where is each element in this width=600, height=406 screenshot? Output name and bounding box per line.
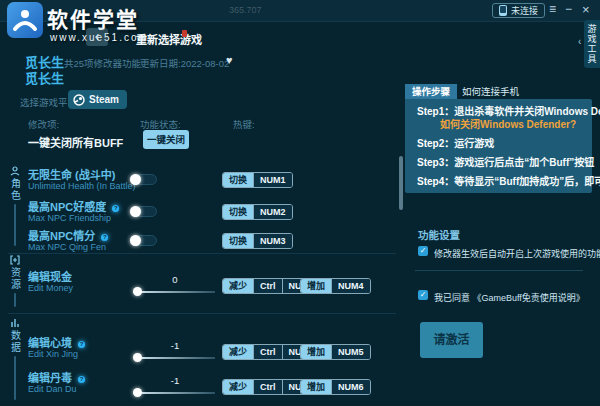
value-slider[interactable] (135, 392, 215, 394)
column-header-item: 修改项: (28, 117, 59, 131)
feature-name-cn: 编辑丹毒? (28, 373, 85, 384)
slider-value: -1 (135, 340, 215, 351)
reselect-game-label[interactable]: 重新选择游戏 (136, 31, 202, 47)
steam-icon (73, 94, 85, 106)
feature-name-cn: 最高NPC好感度? (28, 202, 119, 213)
decrease-button[interactable]: 减少 (223, 380, 253, 394)
close-all-button[interactable]: 一键关闭 (143, 130, 189, 149)
decrease-button[interactable]: 减少 (223, 345, 253, 359)
tab-operation-steps[interactable]: 操作步骤 (405, 84, 457, 99)
connection-status: 未连接 (511, 4, 538, 17)
feature-row-edit-dandu: 编辑丹毒? Edit Dan Du -1 减少 Ctrl NUM6 增加 NUM… (0, 373, 396, 403)
feature-row-unlimited-health: 无限生命 (战斗中) Unlimited Health (In Battle) … (0, 170, 396, 196)
column-header-hotkey: 热键: (233, 117, 255, 131)
feature-label: 编辑心境? Edit Xin Jing (28, 338, 85, 360)
feature-count: 共25项修改器功能 (64, 56, 141, 70)
switch-key-button[interactable]: 切换 (223, 234, 253, 248)
close-icon[interactable]: × (582, 2, 590, 17)
menu-icon[interactable]: ≡ (549, 2, 556, 16)
info-icon[interactable]: ? (112, 205, 119, 212)
hot-badge (182, 30, 187, 37)
list-scrollbar[interactable] (399, 156, 403, 210)
increase-hotkey-group[interactable]: 增加 NUM4 (300, 278, 371, 294)
increase-hotkey-group[interactable]: 增加 NUM6 (300, 379, 371, 395)
increase-button[interactable]: 增加 (301, 380, 331, 394)
feature-name-cn: 最高NPC情分? (28, 231, 108, 242)
switch-key-button[interactable]: 切换 (223, 205, 253, 219)
hotkey-label: NUM1 (253, 173, 292, 187)
hotkey-label: NUM5 (331, 345, 370, 359)
chevron-left-icon: ‹ (578, 36, 581, 47)
step-3: Step3：游戏运行后点击“加个Buff”按钮 (417, 154, 594, 169)
version-text: 365.707 (229, 5, 262, 15)
group-separator (8, 313, 396, 314)
switch-key-button[interactable]: 切换 (223, 173, 253, 187)
value-slider[interactable] (135, 357, 215, 359)
site-logo (7, 2, 43, 38)
hotkey-label: NUM6 (331, 380, 370, 394)
steam-label: Steam (89, 94, 119, 105)
phone-connect-button[interactable]: 未连接 (492, 3, 545, 18)
feature-name-en: Edit Xin Jing (28, 349, 85, 360)
increase-button[interactable]: 增加 (301, 345, 331, 359)
hotkey-modifier: Ctrl (253, 345, 282, 359)
info-icon[interactable]: ? (101, 234, 108, 241)
feature-row-max-npc-friendship: 最高NPC好感度? Max NPC Friendship 切换 NUM2 (0, 202, 396, 228)
close-all-buff-label: 一键关闭所有BUFF (28, 134, 123, 150)
person-logo-icon (12, 7, 38, 33)
feature-name-en: Edit Money (28, 283, 73, 294)
info-icon[interactable]: ? (78, 376, 85, 383)
slider-value: 0 (135, 274, 215, 285)
steam-platform-button[interactable]: Steam (68, 90, 127, 109)
settings-divider (415, 270, 583, 271)
feature-label: 无限生命 (战斗中) Unlimited Health (In Battle) (28, 170, 136, 192)
feature-row-edit-xinjing: 编辑心境? Edit Xin Jing -1 减少 Ctrl NUM5 增加 N… (0, 338, 396, 368)
update-date: 更新日期:2022-08-02 (140, 56, 229, 70)
feature-label: 最高NPC情分? Max NPC Qing Fen (28, 231, 108, 253)
feature-name-en: Max NPC Friendship (28, 213, 119, 224)
group-separator (8, 253, 396, 254)
feature-label: 编辑现金 Edit Money (28, 272, 73, 294)
hotkey-label: NUM2 (253, 205, 292, 219)
activate-button[interactable]: 请激活 (420, 322, 483, 358)
hotkey-group[interactable]: 切换 NUM2 (222, 204, 293, 220)
slider-value: -1 (135, 375, 215, 386)
feature-row-edit-money: 编辑现金 Edit Money 0 减少 Ctrl NUM4 增加 NUM4 (0, 272, 396, 302)
data-icon (10, 318, 20, 328)
column-header-status: 功能状态: (140, 117, 181, 131)
auto-enable-checkbox[interactable]: ✓ (418, 246, 428, 256)
feature-toggle[interactable] (130, 206, 157, 217)
feature-name-cn: 无限生命 (战斗中) (28, 170, 136, 181)
hotkey-group[interactable]: 切换 NUM1 (222, 172, 293, 188)
increase-button[interactable]: 增加 (301, 279, 331, 293)
hotkey-modifier: Ctrl (253, 380, 282, 394)
feature-toggle[interactable] (130, 174, 157, 185)
value-slider[interactable] (135, 291, 215, 293)
minimize-icon[interactable]: − (565, 2, 572, 16)
favorite-heart-icon[interactable]: ♥ (226, 54, 233, 66)
agree-checkbox[interactable]: ✓ (418, 290, 428, 300)
game-tools-tab[interactable]: 游戏工具 (584, 20, 600, 68)
feature-toggle[interactable] (130, 235, 157, 246)
increase-hotkey-group[interactable]: 增加 NUM5 (300, 344, 371, 360)
info-icon[interactable]: ? (78, 341, 85, 348)
feature-name-cn: 编辑心境? (28, 338, 85, 349)
decrease-button[interactable]: 减少 (223, 279, 253, 293)
feature-name-en: Max NPC Qing Fen (28, 242, 108, 253)
step-2: Step2：运行游戏 (417, 135, 494, 150)
back-button[interactable]: ‹ (86, 28, 108, 46)
phone-icon (499, 5, 507, 16)
feature-name-en: Unlimited Health (In Battle) (28, 181, 136, 192)
game-tools-label: 游戏工具 (586, 24, 599, 64)
feature-name-en: Edit Dan Du (28, 384, 85, 395)
feature-label: 编辑丹毒? Edit Dan Du (28, 373, 85, 395)
settings-title: 功能设置 (418, 227, 460, 242)
game-subtitle: 觅长生 (25, 68, 64, 87)
tab-connect-phone[interactable]: 如何连接手机 (462, 84, 519, 99)
step-1-link[interactable]: 如何关闭Windows Defender? (440, 116, 576, 131)
feature-name-cn: 编辑现金 (28, 272, 73, 283)
agree-label[interactable]: 我已同意 《GameBuff免责使用说明》 (434, 291, 585, 304)
step-4: Step4：等待显示“Buff加持成功”后，即可生效 (417, 173, 600, 188)
hotkey-group[interactable]: 切换 NUM3 (222, 233, 293, 249)
hotkey-modifier: Ctrl (253, 279, 282, 293)
